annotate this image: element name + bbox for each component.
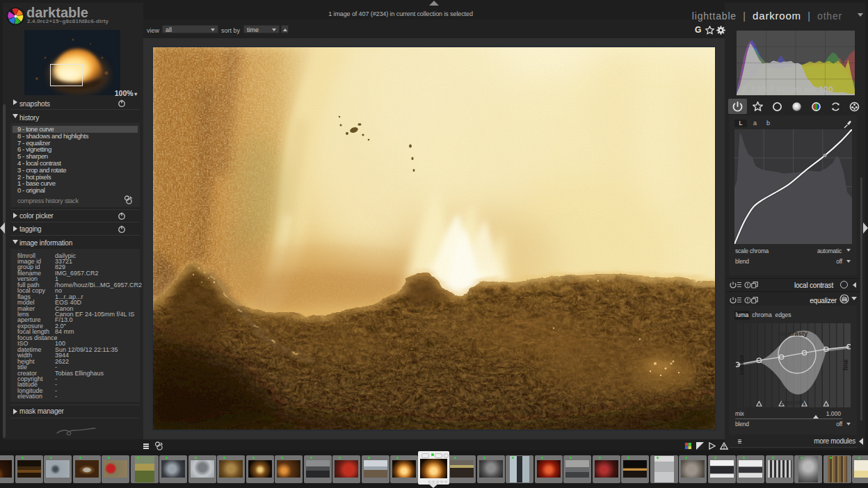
- svg-text:2˝ f/13.0 84mm iso 100: 2˝ f/13.0 84mm iso 100: [741, 85, 833, 95]
- svg-text:fine: fine: [842, 359, 849, 371]
- svg-text:contrasty: contrasty: [778, 330, 808, 337]
- svg-text:smooth: smooth: [781, 398, 805, 406]
- svg-text:coarse: coarse: [738, 355, 745, 375]
